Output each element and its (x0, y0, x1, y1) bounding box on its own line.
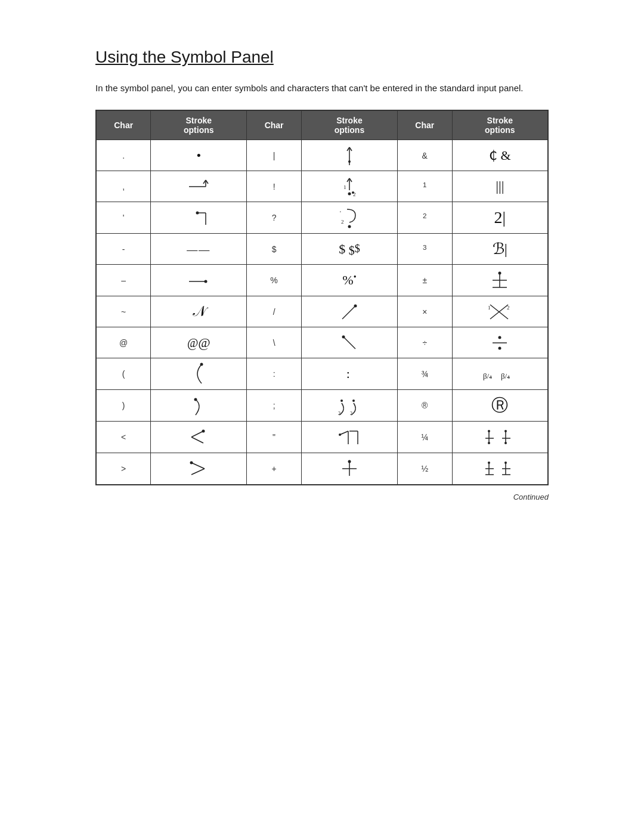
table-row: . • | & ₵ & (96, 140, 548, 171)
char-cell: " (247, 422, 302, 453)
char-cell: – (96, 265, 151, 296)
stroke-cell (151, 453, 247, 485)
stroke-cell (302, 422, 398, 453)
char-cell: + (247, 453, 302, 485)
svg-text:2: 2 (338, 411, 340, 416)
svg-line-47 (191, 431, 203, 437)
svg-point-3 (348, 160, 351, 163)
table-row: ~ 𝒩 / × 12 (96, 296, 548, 327)
char-cell: . (96, 140, 151, 171)
table-header-row: Char Strokeoptions Char Strokeoptions Ch… (96, 110, 548, 140)
table-row: , ! 12 1 ||| (96, 171, 548, 202)
col-header-stroke-1: Strokeoptions (151, 110, 247, 140)
char-cell: ( (96, 358, 151, 390)
char-cell: ½ (397, 453, 452, 485)
svg-point-57 (488, 442, 490, 444)
stroke-cell: 𝒩 (151, 296, 247, 327)
stroke-cell (452, 422, 548, 453)
char-cell: ± (397, 265, 452, 296)
char-cell: ÷ (397, 327, 452, 358)
col-header-stroke-3: Strokeoptions (452, 110, 548, 140)
char-cell: 1 (397, 171, 452, 202)
stroke-cell: ℬ| (452, 234, 548, 265)
char-cell: : (247, 358, 302, 390)
stroke-cell: ||| (452, 171, 548, 202)
stroke-cell (452, 327, 548, 358)
stroke-cell (302, 453, 398, 485)
stroke-cell (151, 265, 247, 296)
stroke-cell: β/₄β/₄ (452, 358, 548, 390)
char-cell: , (96, 171, 151, 202)
char-cell: | (247, 140, 302, 171)
stroke-cell (151, 202, 247, 234)
stroke-cell: %• (302, 265, 398, 296)
stroke-cell: 12 (302, 171, 398, 202)
svg-point-42 (340, 400, 343, 402)
continued-label: Continued (95, 493, 549, 501)
svg-text:1: 1 (343, 184, 346, 190)
char-cell: ¼ (397, 422, 452, 453)
char-cell: ~ (96, 296, 151, 327)
col-header-char-3: Char (397, 110, 452, 140)
stroke-cell: @@ (151, 327, 247, 358)
svg-point-34 (342, 335, 345, 338)
stroke-cell (452, 453, 548, 485)
char-cell: 2 (397, 202, 452, 234)
table-row: – % %• ± (96, 265, 548, 296)
char-cell: ; (247, 390, 302, 422)
stroke-cell: : (302, 358, 398, 390)
col-header-stroke-2: Strokeoptions (302, 110, 398, 140)
svg-point-22 (205, 280, 208, 283)
svg-point-15 (196, 212, 199, 215)
char-cell: ¾ (397, 358, 452, 390)
svg-point-28 (354, 304, 357, 307)
svg-text:2: 2 (341, 219, 344, 225)
stroke-cell (151, 390, 247, 422)
svg-point-37 (499, 346, 501, 349)
char-cell: ) (96, 390, 151, 422)
svg-point-35 (499, 336, 501, 339)
stroke-cell: 22 (302, 390, 398, 422)
table-row: > + ½ (96, 453, 548, 485)
table-row: @ @@ \ ÷ (96, 327, 548, 358)
svg-line-33 (343, 337, 355, 349)
char-cell: $ (247, 234, 302, 265)
char-cell: @ (96, 327, 151, 358)
col-header-char-1: Char (96, 110, 151, 140)
svg-line-50 (340, 431, 348, 435)
char-cell: > (96, 453, 151, 485)
char-cell: ! (247, 171, 302, 202)
svg-text:': ' (340, 210, 341, 216)
symbol-table: Char Strokeoptions Char Strokeoptions Ch… (95, 110, 549, 485)
char-cell: 3 (397, 234, 452, 265)
svg-line-63 (191, 463, 205, 469)
stroke-cell: ₵ & (452, 140, 548, 171)
stroke-cell (302, 327, 398, 358)
svg-point-14 (352, 191, 354, 194)
table-row: - —— $ $ $$ 3 ℬ| (96, 234, 548, 265)
table-row: < " ¼ (96, 422, 548, 453)
svg-text:2: 2 (507, 305, 510, 311)
stroke-cell: $ $$ (302, 234, 398, 265)
char-cell: \ (247, 327, 302, 358)
char-cell: × (397, 296, 452, 327)
char-cell: - (96, 234, 151, 265)
svg-point-61 (504, 442, 507, 444)
stroke-cell: '2 (302, 202, 398, 234)
stroke-cell: Ⓡ (452, 390, 548, 422)
svg-text:2: 2 (350, 411, 352, 416)
svg-text:1: 1 (488, 305, 491, 311)
stroke-cell (452, 265, 548, 296)
page-title: Using the Symbol Panel (95, 48, 549, 67)
svg-text:β/₄: β/₄ (483, 371, 492, 380)
col-header-char-2: Char (247, 110, 302, 140)
svg-point-20 (348, 225, 351, 228)
char-cell: & (397, 140, 452, 171)
table-row: ( : : ¾ β/₄β/₄ (96, 358, 548, 390)
stroke-cell: • (151, 140, 247, 171)
svg-point-38 (200, 363, 203, 366)
char-cell: < (96, 422, 151, 453)
char-cell: ? (247, 202, 302, 234)
svg-line-64 (191, 469, 205, 475)
char-cell: / (247, 296, 302, 327)
